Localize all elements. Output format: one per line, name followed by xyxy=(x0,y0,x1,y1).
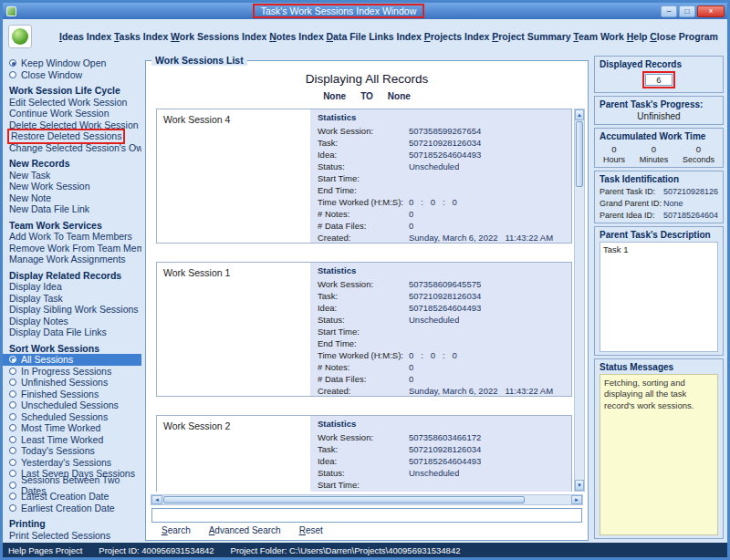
stat-label: Work Session: xyxy=(318,126,409,136)
statusbar-project-folder: Project Folder: C:\Users\Darren\Projects… xyxy=(231,545,461,555)
work-session-card[interactable]: Work Session 4 Statistics Work Session:5… xyxy=(156,109,572,244)
menu-notes-index[interactable]: Notes Index xyxy=(269,31,324,42)
stat-label: Status: xyxy=(318,161,409,171)
parent-task-id-label: Parent Task ID: xyxy=(600,187,663,196)
menu-data-file-links-index[interactable]: Data File Links Index xyxy=(326,31,421,42)
reset-button[interactable]: Reset xyxy=(299,525,323,535)
vertical-scrollbar[interactable]: ▲ ▼ xyxy=(574,109,585,492)
sort-option-yesterdays-sessions[interactable]: Yesterday's Sessions xyxy=(9,457,141,469)
content-area: Keep Window Open Close Window Work Sessi… xyxy=(3,54,727,543)
sidebar-item-display-idea[interactable]: Display Idea xyxy=(9,281,141,293)
task-identification-box: Task Identification Parent Task ID: 5072… xyxy=(594,171,724,223)
sidebar-item-restore-deleted-sessions[interactable]: Restore Deleted Sessions xyxy=(9,130,123,142)
sort-option-between-two-dates[interactable]: Sessions Between Two Dates xyxy=(9,480,141,492)
stat-value: Unscheduled xyxy=(409,161,459,171)
maximize-button[interactable]: □ xyxy=(679,5,695,17)
scroll-down-icon[interactable]: ▼ xyxy=(575,480,584,491)
horizontal-scrollbar-thumb[interactable] xyxy=(163,496,525,503)
sidebar-item-add-work-to-team-members[interactable]: Add Work To Team Members xyxy=(9,231,141,243)
sort-option-todays-sessions[interactable]: Today's Sessions xyxy=(9,445,141,457)
sort-option-all-sessions[interactable]: All Sessions xyxy=(3,354,141,366)
menu-work-sessions-index[interactable]: Work Sessions Index xyxy=(171,31,266,42)
sidebar-item-display-data-file-links[interactable]: Display Data File Links xyxy=(9,327,141,338)
sidebar-item-remove-work-from-team-members[interactable]: Remove Work From Team Members xyxy=(9,243,141,254)
sidebar-item-new-task[interactable]: New Task xyxy=(9,170,141,181)
close-window-option[interactable]: Close Window xyxy=(9,69,141,81)
sidebar-item-change-session-owner[interactable]: Change Selected Session's Owner xyxy=(9,142,141,154)
sort-option-scheduled[interactable]: Scheduled Sessions xyxy=(9,411,141,423)
scroll-left-icon[interactable]: ◄ xyxy=(151,495,162,504)
stat-value: 507185264604493 xyxy=(409,303,481,313)
radio-icon xyxy=(9,356,16,363)
statusbar-project-name: Help Pages Project xyxy=(8,545,82,555)
sidebar-item-manage-work-assignments[interactable]: Manage Work Assignments xyxy=(9,254,141,265)
sidebar-item-new-work-session[interactable]: New Work Session xyxy=(9,181,141,192)
work-session-card[interactable]: Work Session 2 Statistics Work Session:5… xyxy=(156,415,572,492)
minimize-button[interactable]: – xyxy=(661,5,677,17)
sort-option-finished[interactable]: Finished Sessions xyxy=(9,389,141,400)
hours-label: Hours xyxy=(603,155,625,164)
stat-label: Status: xyxy=(318,468,409,478)
stat-label: Created: xyxy=(318,233,409,243)
displayed-records-title: Displayed Records xyxy=(600,59,718,69)
sort-option-in-progress[interactable]: In Progress Sessions xyxy=(9,366,141,378)
parent-task-progress-box: Parent Task's Progress: Unfinished xyxy=(594,96,724,125)
sidebar-item-print-selected-sessions[interactable]: Print Selected Sessions xyxy=(9,530,141,542)
stat-label: Start Time: xyxy=(318,327,409,337)
search-input[interactable] xyxy=(151,508,582,523)
sort-option-unfinished[interactable]: Unfinished Sessions xyxy=(9,377,141,389)
option-label: Today's Sessions xyxy=(21,445,95,456)
stat-label: Status: xyxy=(318,315,409,325)
work-session-card[interactable]: Work Session 1 Statistics Work Session:5… xyxy=(156,262,572,397)
keep-window-open-option[interactable]: Keep Window Open xyxy=(9,57,141,69)
menu-help[interactable]: Help xyxy=(627,31,648,42)
stat-value: 507210928126034 xyxy=(409,291,481,301)
option-label: All Sessions xyxy=(21,354,73,365)
sidebar-item-new-note[interactable]: New Note xyxy=(9,192,141,204)
sort-option-most-time-worked[interactable]: Most Time Worked xyxy=(9,422,141,434)
status-messages-box: Status Messages Fetching, sorting and di… xyxy=(594,358,724,539)
sidebar-item-display-notes[interactable]: Display Notes xyxy=(9,316,141,327)
progress-value: Unfinished xyxy=(600,111,718,121)
advanced-search-button[interactable]: Advanced Search xyxy=(209,525,281,535)
radio-icon xyxy=(9,368,16,375)
hours-value: 0 xyxy=(611,144,616,154)
sidebar-item-display-task[interactable]: Display Task xyxy=(9,293,141,305)
parent-task-id-row: Parent Task ID: 507210928126034 xyxy=(600,187,718,196)
menu-projects-index[interactable]: Projects Index xyxy=(424,31,490,42)
parent-task-description-box: Parent Task's Description Task 1 xyxy=(594,226,724,356)
session-cards: Work Session 4 Statistics Work Session:5… xyxy=(156,109,572,492)
scroll-right-icon[interactable]: ► xyxy=(571,495,582,504)
scroll-up-icon[interactable]: ▲ xyxy=(575,109,584,120)
horizontal-scrollbar[interactable]: ◄ ► xyxy=(151,494,583,505)
parent-idea-id-row: Parent Idea ID: 507185264604493 xyxy=(600,211,718,220)
group-title-sort-work-sessions: Sort Work Sessions xyxy=(9,343,141,355)
statusbar: Help Pages Project Project ID: 400956931… xyxy=(3,543,727,557)
sidebar-item-delete-selected-work-session[interactable]: Delete Selected Work Session xyxy=(9,119,141,131)
stat-value: 507210928126034 xyxy=(409,444,481,454)
menu-tasks-index[interactable]: Tasks Index xyxy=(114,31,168,42)
sidebar-item-continue-work-session[interactable]: Continue Work Session xyxy=(9,108,141,119)
sort-option-least-time-worked[interactable]: Least Time Worked xyxy=(9,434,141,446)
stat-label: Work Session: xyxy=(318,432,409,442)
statistics-title: Statistics xyxy=(318,265,564,278)
stat-value: Sunday, March 6, 2022 11:43:22 AM xyxy=(409,233,553,243)
menu-ideas-index[interactable]: Ideas Index xyxy=(59,31,111,42)
right-panel: Displayed Records 6 Parent Task's Progre… xyxy=(592,54,727,543)
menu-project-summary[interactable]: Project Summary xyxy=(492,31,570,42)
menu-team-work[interactable]: Team Work xyxy=(573,31,624,42)
menu-close-program[interactable]: Close Program xyxy=(650,31,718,42)
task-identification-title: Task Identification xyxy=(600,174,718,184)
sidebar-item-new-data-file-link[interactable]: New Data File Link xyxy=(9,203,141,215)
sort-option-unscheduled[interactable]: Unscheduled Sessions xyxy=(9,399,141,411)
range-to: None xyxy=(388,91,411,101)
statistics-panel: Statistics Work Session:507358603466172 … xyxy=(310,416,571,492)
title-center: Task's Work Sessions Index Window xyxy=(16,4,661,18)
close-button[interactable]: × xyxy=(697,5,725,17)
sidebar-item-display-sibling-work-sessions[interactable]: Display Sibling Work Sessions xyxy=(9,304,141,316)
stat-value: Sunday, March 6, 2022 11:43:22 AM xyxy=(409,386,553,396)
sort-option-earliest-creation-date[interactable]: Earliest Creation Date xyxy=(9,503,141,514)
vertical-scrollbar-thumb[interactable] xyxy=(576,121,583,187)
search-button[interactable]: Search xyxy=(162,525,191,535)
sidebar-item-edit-selected-work-session[interactable]: Edit Selected Work Session xyxy=(9,97,141,109)
